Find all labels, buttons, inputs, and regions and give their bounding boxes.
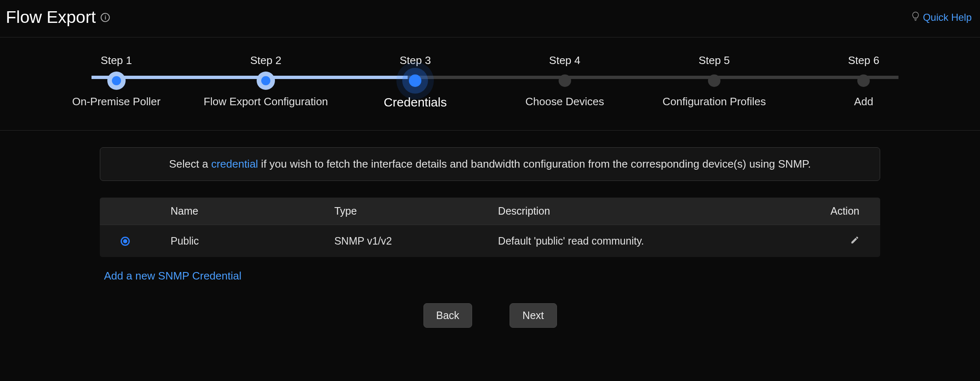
table-header: Name Type Description Action [100, 198, 880, 225]
back-button[interactable]: Back [423, 303, 473, 328]
page-header: Flow Export i Quick Help [0, 0, 980, 37]
row-radio[interactable] [121, 237, 130, 246]
row-type: SNMP v1/v2 [334, 235, 498, 247]
step-label: Credentials [384, 95, 447, 109]
row-name: Public [171, 235, 334, 247]
col-description: Description [498, 205, 793, 217]
step-label: Configuration Profiles [663, 95, 766, 108]
step-6[interactable]: Step 6 Add [789, 54, 938, 108]
step-label: On-Premise Poller [72, 95, 160, 108]
step-3[interactable]: Step 3 Credentials [341, 54, 490, 109]
step-dot [708, 74, 720, 87]
step-dot [107, 72, 126, 90]
step-dot [857, 74, 870, 87]
edit-icon[interactable] [850, 236, 859, 247]
step-5[interactable]: Step 5 Configuration Profiles [639, 54, 789, 108]
step-num: Step 2 [250, 54, 281, 67]
info-prefix: Select a [169, 158, 211, 170]
step-4[interactable]: Step 4 Choose Devices [490, 54, 639, 108]
step-num: Step 6 [848, 54, 879, 67]
content-area: Select a credential if you wish to fetch… [0, 131, 980, 328]
col-name: Name [171, 205, 334, 217]
row-radio-cell [112, 237, 171, 246]
next-button[interactable]: Next [510, 303, 557, 328]
step-num: Step 3 [400, 54, 431, 67]
row-action-cell [793, 235, 868, 247]
step-num: Step 1 [101, 54, 132, 67]
add-credential-link[interactable]: Add a new SNMP Credential [104, 270, 880, 282]
bulb-icon [911, 11, 920, 24]
step-label: Choose Devices [525, 95, 604, 108]
col-action: Action [793, 205, 868, 217]
step-dot [257, 72, 275, 90]
info-box: Select a credential if you wish to fetch… [100, 147, 880, 181]
quick-help-label: Quick Help [923, 12, 972, 23]
step-2[interactable]: Step 2 Flow Export Configuration [191, 54, 340, 108]
row-description: Default 'public' read community. [498, 235, 793, 247]
button-row: Back Next [100, 303, 880, 328]
table-row[interactable]: Public SNMP v1/v2 Default 'public' read … [100, 225, 880, 257]
col-type: Type [334, 205, 498, 217]
info-suffix: if you wish to fetch the interface detai… [258, 158, 811, 170]
page-title: Flow Export [6, 7, 96, 27]
title-wrap: Flow Export i [6, 7, 110, 27]
step-dot [559, 74, 571, 87]
step-label: Add [854, 95, 873, 108]
credentials-table: Name Type Description Action Public SNMP… [100, 198, 880, 257]
quick-help-link[interactable]: Quick Help [911, 11, 972, 24]
step-dot [409, 74, 421, 87]
stepper: Step 1 On-Premise Poller Step 2 Flow Exp… [0, 37, 980, 131]
info-icon[interactable]: i [101, 13, 110, 22]
credential-link[interactable]: credential [211, 158, 258, 170]
step-1[interactable]: Step 1 On-Premise Poller [42, 54, 191, 108]
step-num: Step 4 [549, 54, 580, 67]
step-num: Step 5 [698, 54, 730, 67]
step-label: Flow Export Configuration [203, 95, 328, 108]
